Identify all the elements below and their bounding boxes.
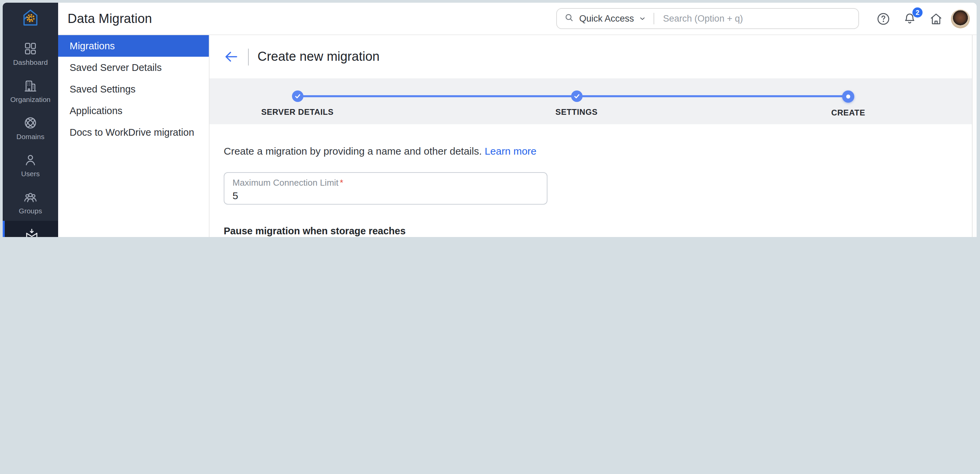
- field-label: Maximum Connection Limit*: [232, 178, 539, 188]
- sidebar-item-label: Users: [21, 169, 40, 178]
- users-icon: [23, 152, 38, 167]
- user-avatar[interactable]: [951, 9, 970, 28]
- sidebar-item-docs-to-workdrive[interactable]: Docs to WorkDrive migration: [58, 122, 209, 143]
- sidebar-item-users[interactable]: Users: [3, 146, 58, 184]
- data-migration-icon: [24, 228, 39, 237]
- search-icon: [564, 12, 574, 25]
- notification-badge: 2: [912, 7, 923, 17]
- sidebar-item-saved-server-details[interactable]: Saved Server Details: [58, 57, 209, 78]
- help-icon: [876, 11, 891, 26]
- search-divider: [654, 13, 654, 24]
- sidebar-item-organization[interactable]: Organization: [3, 72, 58, 109]
- home-button[interactable]: [928, 11, 944, 27]
- sidebar-item-label: Groups: [19, 206, 42, 215]
- step-completed-icon: [571, 90, 582, 102]
- right-column: Data Migration Quick Access: [58, 3, 977, 237]
- content-title: Create new migration: [258, 49, 380, 64]
- step-completed-icon: [292, 90, 303, 102]
- secondary-sidebar: Migrations Saved Server Details Saved Se…: [58, 35, 210, 237]
- chevron-down-icon: [639, 13, 646, 25]
- primary-sidebar: Dashboard Organization: [3, 3, 58, 237]
- sidebar-item-label: Dashboard: [13, 58, 48, 67]
- sidebar-item-label: Domains: [17, 132, 45, 141]
- max-connection-limit-input[interactable]: [232, 190, 539, 201]
- quick-access-dropdown[interactable]: Quick Access: [579, 14, 634, 24]
- home-icon: [929, 11, 943, 26]
- organization-icon: [23, 78, 38, 93]
- header-divider: [248, 48, 249, 65]
- content-header: Create new migration: [210, 35, 972, 78]
- sidebar-item-data-migration[interactable]: Data Migration: [3, 221, 58, 237]
- intro-text: Create a migration by providing a name a…: [224, 145, 972, 157]
- notifications-button[interactable]: 2: [902, 11, 918, 27]
- max-connection-limit-field[interactable]: Maximum Connection Limit*: [224, 172, 547, 205]
- learn-more-link[interactable]: Learn more: [485, 145, 536, 157]
- dashboard-icon: [23, 41, 38, 56]
- back-arrow-icon: [223, 49, 239, 65]
- sidebar-item-saved-settings[interactable]: Saved Settings: [58, 78, 209, 100]
- page-title: Data Migration: [68, 11, 152, 26]
- step-label: CREATE: [788, 108, 909, 117]
- help-button[interactable]: [875, 11, 891, 27]
- sidebar-item-dashboard[interactable]: Dashboard: [3, 35, 58, 72]
- domains-icon: [23, 115, 38, 130]
- groups-icon: [23, 189, 38, 204]
- required-asterisk: *: [340, 178, 343, 188]
- app-logo[interactable]: [3, 3, 58, 35]
- step-current-icon: [842, 90, 854, 103]
- step-label: SERVER DETAILS: [237, 107, 358, 117]
- app-window: Dashboard Organization: [3, 3, 977, 237]
- create-migration-form: Create a migration by providing a name a…: [210, 124, 972, 237]
- wizard-stepper: SERVER DETAILS SETTINGS: [210, 78, 972, 124]
- sidebar-item-applications[interactable]: Applications: [58, 100, 209, 122]
- main-content: Create new migration SERVER DETAILS: [210, 35, 972, 237]
- intro-sentence: Create a migration by providing a name a…: [224, 145, 482, 157]
- top-bar: Data Migration Quick Access: [58, 3, 977, 35]
- back-button[interactable]: [223, 49, 239, 65]
- step-settings: SETTINGS: [516, 78, 637, 117]
- zoho-admin-logo-icon: [20, 8, 41, 30]
- sidebar-item-groups[interactable]: Groups: [3, 184, 58, 221]
- topbar-actions: 2: [875, 11, 944, 27]
- scrollbar-track[interactable]: [972, 35, 977, 237]
- sidebar-item-label: Organization: [10, 95, 50, 104]
- field-label-text: Maximum Connection Limit: [232, 178, 339, 188]
- sidebar-item-migrations[interactable]: Migrations: [58, 35, 209, 57]
- global-search[interactable]: Quick Access: [556, 8, 859, 29]
- pause-storage-heading: Pause migration when storage reaches: [224, 225, 972, 236]
- step-server-details: SERVER DETAILS: [237, 78, 358, 117]
- step-create: CREATE: [788, 78, 909, 117]
- body-row: Migrations Saved Server Details Saved Se…: [58, 35, 977, 237]
- step-label: SETTINGS: [516, 107, 637, 117]
- search-input[interactable]: [662, 13, 851, 24]
- screen: Dashboard Organization: [0, 0, 980, 237]
- sidebar-item-domains[interactable]: Domains: [3, 109, 58, 146]
